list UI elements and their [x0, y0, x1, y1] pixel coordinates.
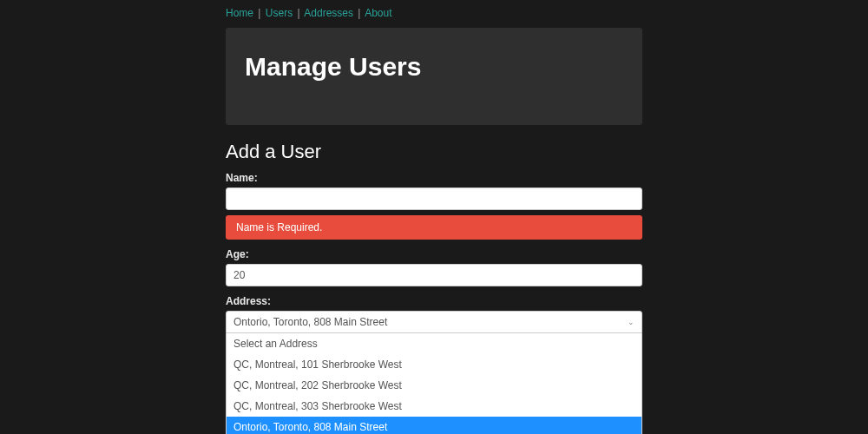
- name-error-alert: Name is Required.: [226, 215, 642, 240]
- address-option[interactable]: QC, Montreal, 202 Sherbrooke West: [227, 375, 641, 396]
- name-input[interactable]: [226, 187, 642, 210]
- nav-users[interactable]: Users: [266, 7, 293, 19]
- nav-sep: |: [258, 7, 260, 19]
- form-title: Add a User: [226, 141, 642, 163]
- address-option[interactable]: QC, Montreal, 303 Sherbrooke West: [227, 396, 641, 417]
- age-input[interactable]: [226, 264, 642, 286]
- nav-addresses[interactable]: Addresses: [304, 7, 353, 19]
- nav-sep: |: [358, 7, 360, 19]
- page-header: Manage Users: [226, 28, 642, 125]
- top-nav: Home | Users | Addresses | About: [226, 0, 642, 24]
- page-title: Manage Users: [245, 52, 623, 82]
- chevron-down-icon: ⌄: [628, 318, 635, 326]
- age-label: Age:: [226, 248, 642, 260]
- address-option[interactable]: Ontorio, Toronto, 808 Main Street: [227, 417, 641, 434]
- name-label: Name:: [226, 172, 642, 184]
- address-selected-value: Ontorio, Toronto, 808 Main Street: [233, 316, 387, 328]
- nav-home[interactable]: Home: [226, 7, 253, 19]
- nav-sep: |: [298, 7, 300, 19]
- nav-about[interactable]: About: [365, 7, 391, 19]
- address-select[interactable]: Ontorio, Toronto, 808 Main Street ⌄: [226, 311, 642, 333]
- address-option[interactable]: Select an Address: [227, 333, 641, 354]
- address-label: Address:: [226, 295, 642, 307]
- address-option[interactable]: QC, Montreal, 101 Sherbrooke West: [227, 354, 641, 375]
- address-dropdown: Select an AddressQC, Montreal, 101 Sherb…: [226, 333, 642, 434]
